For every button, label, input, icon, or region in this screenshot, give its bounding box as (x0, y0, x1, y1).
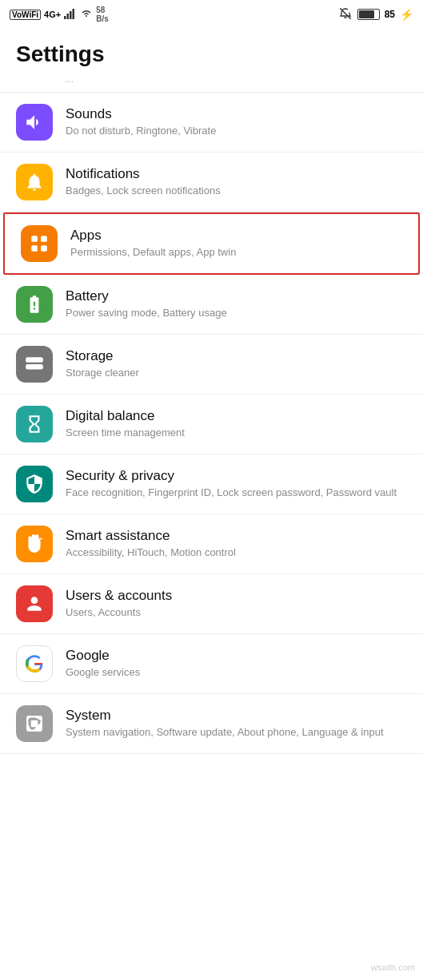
settings-list: Sounds Do not disturb, Ringtone, Vibrate… (0, 93, 423, 754)
notifications-subtitle: Badges, Lock screen notifications (66, 184, 407, 198)
battery-icon-wrapper (16, 286, 53, 323)
apps-icon-wrapper (21, 225, 58, 262)
apps-subtitle: Permissions, Default apps, App twin (70, 246, 402, 260)
status-left: VoWiFi 4G+ 58B/s (10, 6, 109, 23)
system-icon (24, 713, 45, 734)
page-title: Settings (0, 29, 423, 73)
settings-item-storage[interactable]: Storage Storage cleaner (0, 335, 423, 395)
settings-item-sounds[interactable]: Sounds Do not disturb, Ringtone, Vibrate (0, 93, 423, 153)
settings-item-google[interactable]: Google Google services (0, 634, 423, 694)
bell-mute-icon (338, 6, 353, 22)
battery-fill (359, 10, 374, 18)
storage-title: Storage (66, 348, 407, 364)
settings-item-system[interactable]: System System navigation, Software updat… (0, 694, 423, 754)
apps-text: Apps Permissions, Default apps, App twin (70, 228, 402, 260)
wifi-icon (80, 9, 93, 20)
svg-rect-1 (67, 14, 70, 19)
svg-rect-6 (31, 245, 38, 252)
svg-rect-4 (31, 236, 38, 242)
settings-item-battery[interactable]: Battery Power saving mode, Battery usage (0, 275, 423, 335)
users-icon-wrapper (16, 585, 53, 622)
hand-icon (24, 534, 45, 554)
smart-assistance-title: Smart assistance (66, 528, 407, 544)
digital-balance-subtitle: Screen time management (66, 427, 407, 440)
svg-rect-3 (73, 9, 75, 19)
svg-rect-2 (70, 11, 72, 19)
storage-icon (24, 354, 45, 375)
settings-item-apps[interactable]: Apps Permissions, Default apps, App twin (3, 212, 420, 275)
signal-bars (64, 8, 77, 21)
google-subtitle: Google services (66, 666, 407, 680)
notifications-icon-wrapper (16, 164, 53, 200)
security-text: Security & privacy Face recognition, Fin… (66, 468, 407, 500)
apps-icon (29, 233, 50, 254)
settings-item-digital-balance[interactable]: Digital balance Screen time management (0, 395, 423, 454)
battery-text: Battery Power saving mode, Battery usage (66, 288, 407, 320)
settings-item-users-accounts[interactable]: Users & accounts Users, Accounts (0, 574, 423, 634)
system-icon-wrapper (16, 705, 53, 742)
bell-icon (24, 172, 45, 192)
smart-assistance-text: Smart assistance Accessibility, HiTouch,… (66, 528, 407, 560)
battery-indicator (357, 9, 380, 20)
sounds-text: Sounds Do not disturb, Ringtone, Vibrate (66, 106, 407, 138)
shield-icon (24, 474, 45, 494)
svg-rect-0 (64, 16, 66, 19)
settings-item-smart-assistance[interactable]: Smart assistance Accessibility, HiTouch,… (0, 514, 423, 574)
notifications-title: Notifications (66, 166, 407, 182)
battery-subtitle: Power saving mode, Battery usage (66, 307, 407, 320)
settings-item-security-privacy[interactable]: Security & privacy Face recognition, Fin… (0, 454, 423, 514)
google-title: Google (66, 648, 407, 664)
charging-icon: ⚡ (400, 8, 413, 21)
watermark: wsxdn.com (371, 962, 415, 972)
battery-charging-icon (24, 294, 45, 315)
vowifi-label: VoWiFi (10, 10, 41, 20)
google-icon (24, 653, 45, 674)
google-text: Google Google services (66, 648, 407, 680)
svg-rect-9 (31, 720, 38, 728)
users-accounts-title: Users & accounts (66, 588, 407, 604)
status-bar: VoWiFi 4G+ 58B/s (0, 0, 423, 29)
storage-icon-wrapper (16, 346, 53, 383)
storage-text: Storage Storage cleaner (66, 348, 407, 380)
digital-balance-text: Digital balance Screen time management (66, 408, 407, 440)
system-title: System (66, 708, 407, 724)
user-icon (24, 593, 45, 614)
sounds-title: Sounds (66, 106, 407, 122)
digital-balance-title: Digital balance (66, 408, 407, 424)
users-accounts-text: Users & accounts Users, Accounts (66, 588, 407, 620)
google-icon-wrapper (16, 645, 53, 682)
system-subtitle: System navigation, Software update, Abou… (66, 726, 407, 740)
security-subtitle: Face recognition, Fingerprint ID, Lock s… (66, 486, 407, 500)
network-type: 4G+ (44, 10, 61, 19)
sound-icon (24, 112, 45, 133)
speed-label: 58B/s (96, 6, 109, 23)
hourglass-icon (24, 414, 45, 434)
digital-balance-icon-wrapper (16, 406, 53, 442)
security-title: Security & privacy (66, 468, 407, 484)
apps-title: Apps (70, 228, 402, 244)
svg-rect-7 (41, 245, 47, 252)
sounds-subtitle: Do not disturb, Ringtone, Vibrate (66, 125, 407, 138)
notifications-text: Notifications Badges, Lock screen notifi… (66, 166, 407, 198)
battery-title: Battery (66, 288, 407, 304)
partial-top-item: ... (0, 73, 423, 93)
battery-percent: 85 (385, 9, 395, 20)
status-right: 85 ⚡ (338, 6, 413, 22)
svg-rect-5 (41, 236, 47, 242)
smart-assistance-subtitle: Accessibility, HiTouch, Motion control (66, 546, 407, 560)
sounds-icon-wrapper (16, 104, 53, 141)
users-accounts-subtitle: Users, Accounts (66, 606, 407, 620)
storage-subtitle: Storage cleaner (66, 367, 407, 380)
settings-item-notifications[interactable]: Notifications Badges, Lock screen notifi… (0, 153, 423, 212)
system-text: System System navigation, Software updat… (66, 708, 407, 740)
smart-assistance-icon-wrapper (16, 526, 53, 562)
security-icon-wrapper (16, 466, 53, 502)
